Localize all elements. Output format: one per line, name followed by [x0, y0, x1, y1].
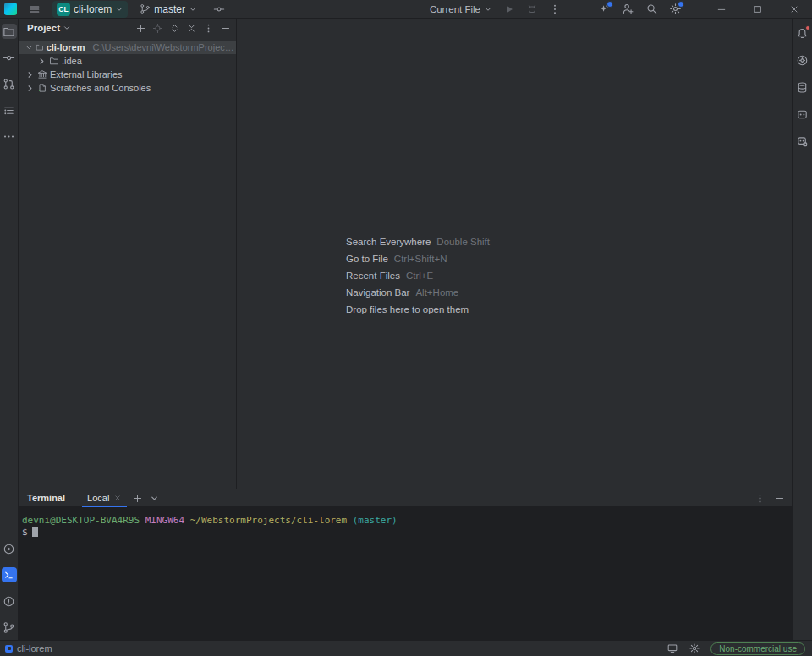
license-badge[interactable]: Non-commercial use	[710, 642, 805, 655]
project-name: cli-lorem	[74, 3, 112, 15]
close-tab-icon[interactable]	[113, 494, 122, 502]
webstorm-logo	[4, 3, 17, 15]
webstorm-window: CL cli-lorem master Current File	[0, 0, 812, 656]
sidebar-item-commit[interactable]	[2, 50, 17, 65]
locate-file-button[interactable]	[152, 23, 163, 34]
terminal-options-button[interactable]	[754, 493, 765, 504]
add-user-icon	[622, 3, 634, 15]
terminal-output[interactable]: devni@DESKTOP-BVA4R9S MINGW64 ~/Webstorm…	[19, 506, 792, 640]
sidebar-item-problems[interactable]	[2, 593, 17, 609]
debug-button[interactable]	[526, 3, 538, 15]
settings-gear-icon	[669, 3, 682, 15]
project-widget[interactable]: CL cli-lorem	[52, 1, 128, 18]
panel-options-button[interactable]	[203, 23, 214, 34]
version-control-icon	[3, 621, 15, 634]
sidebar-item-version-control[interactable]	[2, 620, 17, 635]
chevron-right-icon[interactable]	[25, 70, 35, 79]
terminal-icon	[3, 569, 15, 582]
editor-area: Search Everywhere Double Shift Go to Fil…	[237, 19, 792, 489]
package-icon	[796, 108, 809, 121]
hide-panel-button[interactable]	[220, 23, 231, 34]
sidebar-item-notifications[interactable]	[795, 25, 810, 41]
debug-icon	[526, 3, 538, 15]
status-gear-button[interactable]	[689, 642, 700, 654]
tree-item-label: .idea	[62, 56, 82, 66]
sidebar-item-more-tool-windows[interactable]	[2, 128, 17, 144]
status-project-widget[interactable]: cli-lorem	[5, 643, 52, 653]
terminal-tab-local[interactable]: Local	[82, 489, 127, 507]
ai-assistant-button[interactable]	[598, 3, 611, 15]
drop-files-hint: Drop files here to open them	[346, 301, 490, 318]
tree-row-idea-folder[interactable]: .idea	[19, 54, 236, 68]
minimize-button[interactable]	[709, 2, 734, 17]
sidebar-item-project[interactable]	[2, 24, 17, 39]
chevron-down-icon[interactable]	[25, 43, 33, 52]
sidebar-item-terminal[interactable]	[2, 567, 17, 582]
branch-widget[interactable]: master	[135, 2, 201, 17]
project-panel-title: Project	[27, 23, 60, 33]
monitor-icon	[667, 642, 678, 654]
shortcut-label: Search Everywhere	[346, 237, 431, 247]
sidebar-item-database[interactable]	[795, 79, 810, 95]
add-button[interactable]	[135, 23, 146, 34]
ai-assistant-icon	[598, 3, 611, 15]
terminal-tab-dropdown-button[interactable]	[150, 494, 159, 503]
folder-icon	[36, 42, 44, 52]
main-menu-button[interactable]	[25, 2, 45, 17]
tree-item-label: External Libraries	[50, 69, 123, 79]
hide-panel-icon	[220, 23, 231, 34]
sidebar-item-run[interactable]	[2, 541, 17, 556]
project-tool-window: Project	[19, 19, 237, 489]
more-actions-icon	[549, 3, 561, 15]
chevron-down-icon	[115, 5, 123, 14]
more-run-actions-button[interactable]	[549, 3, 561, 15]
terminal-tab-label: Local	[87, 493, 109, 503]
tree-row-external-libraries[interactable]: External Libraries	[19, 68, 236, 81]
settings-button[interactable]	[669, 3, 682, 15]
shortcut-navigation-bar[interactable]: Navigation Bar Alt+Home	[346, 284, 490, 301]
terminal-env: MINGW64	[145, 515, 184, 526]
expand-collapse-button[interactable]	[169, 23, 180, 34]
sidebar-item-ai-assistant[interactable]	[795, 52, 810, 68]
folder-icon	[49, 56, 59, 66]
chevron-down-icon	[484, 5, 492, 14]
status-monitor-button[interactable]	[667, 642, 678, 654]
shortcut-label: Drop files here to open them	[346, 304, 469, 314]
sidebar-item-package[interactable]	[795, 107, 810, 122]
notification-badge	[805, 25, 810, 30]
tree-row-scratches[interactable]: Scratches and Consoles	[19, 81, 236, 95]
sidebar-item-dependencies[interactable]	[795, 134, 810, 149]
search-everywhere-button[interactable]	[645, 3, 658, 15]
chevron-right-icon[interactable]	[37, 57, 47, 66]
title-bar: CL cli-lorem master Current File	[0, 0, 812, 19]
shortcut-search-everywhere[interactable]: Search Everywhere Double Shift	[346, 233, 490, 250]
close-button[interactable]	[782, 2, 807, 17]
empty-state-shortcuts: Search Everywhere Double Shift Go to Fil…	[346, 233, 490, 318]
maximize-icon	[753, 4, 763, 14]
shortcut-go-to-file[interactable]: Go to File Ctrl+Shift+N	[346, 250, 490, 267]
commit-checks-button[interactable]	[209, 2, 229, 17]
run-configuration-selector[interactable]: Current File	[430, 4, 492, 14]
right-tool-strip	[792, 19, 812, 640]
tree-row-project-root[interactable]: cli-lorem C:\Users\devni\WebstormProject…	[19, 41, 236, 54]
terminal-path: ~/WebstormProjects/cli-lorem	[190, 515, 347, 526]
maximize-button[interactable]	[745, 2, 771, 17]
project-panel-title-button[interactable]: Project	[27, 23, 71, 33]
locate-file-icon	[152, 23, 163, 34]
close-icon	[789, 4, 799, 14]
shortcut-label: Go to File	[346, 254, 388, 264]
plus-icon	[135, 23, 146, 34]
search-icon	[645, 3, 658, 15]
sidebar-item-pull-requests[interactable]	[2, 76, 17, 91]
add-user-button[interactable]	[622, 3, 634, 15]
terminal-title: Terminal	[27, 493, 65, 503]
new-terminal-tab-button[interactable]	[132, 493, 143, 504]
sidebar-item-structure[interactable]	[2, 102, 17, 118]
hide-terminal-button[interactable]	[774, 493, 785, 504]
collapse-all-button[interactable]	[186, 23, 197, 34]
project-tree: cli-lorem C:\Users\devni\WebstormProject…	[19, 37, 236, 95]
chevron-right-icon[interactable]	[25, 84, 35, 93]
commit-icon	[3, 52, 15, 64]
shortcut-recent-files[interactable]: Recent Files Ctrl+E	[346, 267, 490, 284]
run-button[interactable]	[503, 3, 515, 15]
